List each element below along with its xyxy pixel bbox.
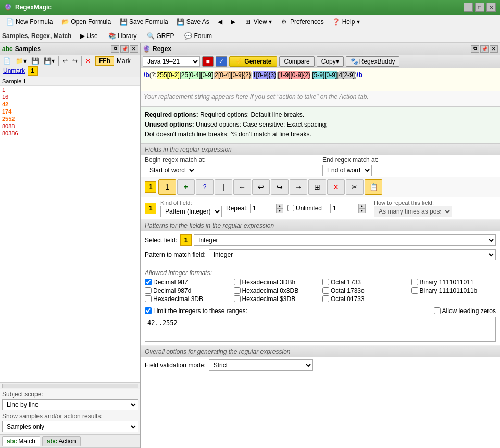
close-button[interactable]: ✕ bbox=[486, 3, 496, 12]
kind-number: 1 bbox=[145, 203, 156, 214]
undo-button[interactable]: ↩ bbox=[60, 56, 70, 66]
redo-button[interactable]: ↪ bbox=[70, 56, 80, 66]
end-select[interactable]: End of word bbox=[322, 165, 372, 176]
horizontal-scrollbar[interactable] bbox=[2, 384, 138, 388]
format-checkbox[interactable] bbox=[322, 279, 329, 285]
list-item[interactable]: 16 bbox=[0, 93, 140, 101]
how-select[interactable]: As many times as possible bbox=[374, 206, 452, 217]
format-checkbox[interactable] bbox=[411, 279, 418, 285]
show-select[interactable]: Samples only bbox=[2, 421, 138, 432]
field-right-button[interactable]: → bbox=[290, 179, 307, 195]
field-add-after-button[interactable]: + bbox=[177, 179, 195, 195]
save-sample-as-button[interactable]: 💾▾ bbox=[42, 56, 57, 66]
unlimited-spin-down[interactable]: ▼ bbox=[358, 208, 366, 213]
action-tab[interactable]: abc Action bbox=[42, 436, 81, 446]
samples-scrollbar[interactable] bbox=[0, 382, 140, 389]
field-undo-button[interactable]: ↩ bbox=[252, 179, 270, 195]
format-checkbox[interactable] bbox=[234, 287, 241, 294]
list-item[interactable]: 174 bbox=[0, 108, 140, 115]
regex-restore-button[interactable]: ⧉ bbox=[471, 45, 479, 53]
samples-restore-button[interactable]: ⧉ bbox=[111, 45, 119, 53]
limit-ranges-checkbox[interactable] bbox=[145, 307, 152, 314]
new-formula-menu[interactable]: 📄 New Formula bbox=[2, 16, 56, 28]
unlimited-spin[interactable]: ▲ ▼ bbox=[358, 204, 366, 213]
samples-pin-button[interactable]: 📌 bbox=[120, 45, 129, 53]
field-add-button[interactable]: 1 bbox=[158, 179, 176, 195]
list-item[interactable]: 80386 bbox=[0, 130, 140, 137]
field-group-button[interactable]: ⊞ bbox=[308, 179, 326, 195]
spin-up[interactable]: ▲ bbox=[276, 204, 283, 208]
ranges-input[interactable]: 42..2552 bbox=[145, 317, 496, 342]
field-redo-button[interactable]: ↪ bbox=[271, 179, 289, 195]
format-checkbox[interactable] bbox=[322, 287, 329, 294]
help-menu[interactable]: ❓ Help ▾ bbox=[329, 16, 364, 28]
format-checkbox[interactable] bbox=[145, 279, 152, 285]
grep-tab[interactable]: 🔍 GREP bbox=[142, 30, 179, 42]
format-checkbox[interactable] bbox=[322, 295, 329, 302]
samples-close-button[interactable]: ✕ bbox=[130, 45, 138, 53]
scope-select[interactable]: Line by line bbox=[2, 399, 138, 410]
unlimited-repeat-input[interactable] bbox=[330, 204, 356, 213]
new-sample-button[interactable]: 📄 bbox=[1, 56, 13, 66]
field-sep-button[interactable]: | bbox=[215, 179, 232, 195]
list-item[interactable]: 1 bbox=[0, 86, 140, 93]
format-checkbox[interactable] bbox=[145, 287, 152, 294]
generate-button[interactable]: ⚡ Generate bbox=[229, 56, 277, 67]
field-optional-button[interactable]: ? bbox=[196, 179, 214, 195]
save-formula-menu[interactable]: 💾 Save Formula bbox=[116, 16, 172, 28]
unlimited-checkbox[interactable] bbox=[288, 205, 294, 211]
kind-select[interactable]: Pattern (Integer) bbox=[160, 206, 222, 217]
validation-select[interactable]: Strict bbox=[209, 359, 313, 371]
spin-down[interactable]: ▼ bbox=[276, 208, 283, 213]
regexbuddy-button[interactable]: 🐾 RegexBuddy bbox=[346, 56, 400, 67]
red-square-button[interactable]: ■ bbox=[202, 56, 214, 67]
forward-menu[interactable]: ▶ bbox=[227, 16, 239, 28]
check-button[interactable]: ✓ bbox=[216, 56, 227, 67]
field-delete-button[interactable]: ✕ bbox=[327, 179, 345, 195]
open-sample-button[interactable]: 📁▾ bbox=[14, 56, 29, 66]
repeat-input[interactable] bbox=[250, 204, 276, 213]
minimize-button[interactable]: — bbox=[464, 3, 473, 12]
pattern-select[interactable]: Integer bbox=[209, 249, 496, 260]
field-left-button[interactable]: ← bbox=[233, 179, 251, 195]
window-controls[interactable]: — □ ✕ bbox=[464, 3, 496, 12]
list-item[interactable]: 2552 bbox=[0, 115, 140, 122]
preferences-menu[interactable]: ⚙ Preferences bbox=[277, 16, 328, 28]
save-sample-button[interactable]: 💾 bbox=[29, 56, 41, 66]
optional-icon: ? bbox=[203, 183, 207, 191]
maximize-button[interactable]: □ bbox=[475, 3, 484, 12]
library-tab[interactable]: 📚 Library bbox=[104, 30, 142, 42]
format-checkbox[interactable] bbox=[411, 287, 418, 294]
samples-list[interactable]: 116421742552808880386 bbox=[0, 86, 140, 382]
list-item[interactable]: 8088 bbox=[0, 122, 140, 130]
unmark-button[interactable]: Unmark bbox=[3, 67, 25, 74]
begin-select[interactable]: Start of word bbox=[145, 165, 196, 176]
java-version-select[interactable]: Java 19–21 bbox=[143, 56, 200, 67]
copy-button[interactable]: Copy▾ bbox=[317, 56, 344, 67]
view-menu[interactable]: ⊞ View ▾ bbox=[240, 16, 276, 28]
format-checkbox[interactable] bbox=[145, 295, 152, 302]
list-item[interactable]: 42 bbox=[0, 101, 140, 108]
save-as-menu[interactable]: 💾 Save As bbox=[173, 16, 213, 28]
field-paste-button[interactable]: 📋 bbox=[365, 179, 382, 195]
forum-tab[interactable]: 💬 Forum bbox=[180, 30, 217, 42]
samples-title: Samples bbox=[15, 45, 41, 53]
format-checkbox[interactable] bbox=[234, 295, 241, 302]
use-tab[interactable]: ▶ Use bbox=[76, 30, 102, 42]
format-checkbox[interactable] bbox=[234, 279, 241, 285]
regex-close-button[interactable]: ✕ bbox=[490, 45, 498, 53]
regex-segment-5: 2[0-4][0-9]{2} bbox=[215, 71, 251, 79]
open-formula-menu[interactable]: 📂 Open Formula bbox=[57, 16, 115, 28]
repeat-spin[interactable]: ▲ ▼ bbox=[276, 204, 283, 213]
field-select[interactable]: Integer bbox=[194, 234, 496, 246]
format-item: Hexadecimal 3DB bbox=[145, 295, 230, 303]
compare-button[interactable]: Compare bbox=[279, 56, 314, 67]
regex-pin-button[interactable]: 📌 bbox=[480, 45, 489, 53]
back-menu[interactable]: ◀ bbox=[214, 16, 226, 28]
field-cut-button[interactable]: ✂ bbox=[346, 179, 364, 195]
allow-zeros-checkbox[interactable] bbox=[434, 307, 441, 314]
kind-row: 1 Kind of field: Pattern (Integer) Repea… bbox=[141, 197, 500, 220]
unlimited-spin-up[interactable]: ▲ bbox=[358, 204, 366, 208]
delete-button[interactable]: ✕ bbox=[83, 56, 93, 66]
match-tab[interactable]: abc Match bbox=[2, 436, 40, 446]
